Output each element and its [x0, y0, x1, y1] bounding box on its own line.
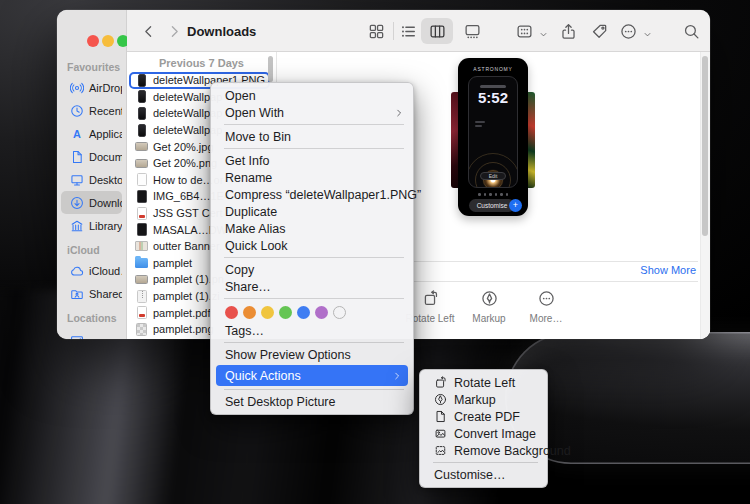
menu-separator — [224, 298, 404, 299]
more-actions-button[interactable] — [619, 22, 637, 40]
menu-item-customise[interactable]: Customise… — [420, 466, 547, 483]
menu-item-open[interactable]: Open — [211, 87, 413, 104]
phone-lockscreen: 5:52 Edit — [468, 76, 518, 188]
menu-item-movetobin[interactable]: Move to Bin — [211, 128, 413, 145]
menu-item-quickactions[interactable]: Quick Actions — [216, 365, 408, 386]
preview-action-markup[interactable]: Markup — [458, 290, 520, 324]
submenu-chevron-right-icon — [392, 371, 402, 381]
menu-item-share[interactable]: Share… — [211, 278, 413, 295]
menu-item-compressdeletewallpaperpng[interactable]: Compress “deleteWallpaper1.PNG” — [211, 186, 413, 203]
preview-image: ASTRONOMY 5:52 Edit Customise + — [458, 58, 528, 216]
menu-item-quicklook[interactable]: Quick Look — [211, 237, 413, 254]
show-more-link[interactable]: Show More — [640, 264, 696, 276]
convert-image-icon — [434, 427, 447, 440]
create-pdf-icon — [434, 410, 447, 423]
menu-item-createpdf[interactable]: Create PDF — [420, 408, 547, 425]
more-circle-icon — [538, 290, 555, 307]
menu-item-label: Create PDF — [454, 410, 520, 424]
sidebar-section-header: Locations — [67, 312, 126, 324]
sidebar-item-airdrop[interactable]: AirDrop — [61, 76, 122, 99]
menu-item-removebackground[interactable]: Remove Background — [420, 442, 547, 459]
file-thumbnail-phone — [135, 74, 148, 87]
phone-time: 5:52 — [469, 89, 517, 106]
more-chevron-down-icon[interactable] — [638, 25, 656, 43]
minimize-button[interactable] — [102, 35, 114, 47]
menu-item-markup[interactable]: Markup — [420, 391, 547, 408]
tag-color-dot[interactable] — [225, 306, 238, 319]
tag-color-none[interactable] — [333, 306, 346, 319]
file-thumbnail-imgwide — [135, 273, 148, 286]
search-button[interactable] — [682, 22, 700, 40]
shared-folder-icon — [70, 287, 84, 301]
menu-item-setdesktoppicture[interactable]: Set Desktop Picture — [211, 393, 413, 410]
preview-action-label: Markup — [458, 313, 520, 324]
sidebar: FavouritesAirDropRecentsAApplica…Docum…D… — [57, 10, 127, 339]
file-thumbnail-phone — [135, 90, 148, 103]
sidebar-item-applica[interactable]: AApplica… — [61, 122, 122, 145]
file-thumbnail-phone — [135, 124, 148, 137]
menu-item-label: Duplicate — [225, 205, 277, 219]
menu-item-label: Convert Image — [454, 427, 536, 441]
menu-item-openwith[interactable]: Open With — [211, 104, 413, 121]
menu-item-makealias[interactable]: Make Alias — [211, 220, 413, 237]
sidebar-item-label: Recents — [89, 105, 122, 117]
library-icon — [70, 219, 84, 233]
sidebar-item-icloud[interactable]: iCloud… — [61, 259, 122, 282]
file-name: Get 20%.png — [153, 157, 217, 169]
context-menu: OpenOpen WithMove to BinGet InfoRenameCo… — [210, 82, 414, 415]
menu-item-rename[interactable]: Rename — [211, 169, 413, 186]
view-gallery-button[interactable] — [463, 22, 481, 40]
tag-button[interactable] — [590, 22, 608, 40]
sidebar-item-library[interactable]: Library — [61, 214, 122, 237]
phone-pagination-dots — [458, 193, 528, 196]
phone-weather-bar — [475, 125, 482, 127]
tag-color-dot[interactable] — [279, 306, 292, 319]
share-button[interactable] — [559, 22, 577, 40]
tag-color-dot[interactable] — [243, 306, 256, 319]
menu-item-tags[interactable]: Tags… — [211, 322, 413, 339]
view-list-button[interactable] — [399, 22, 417, 40]
menu-item-rotateleft[interactable]: Rotate Left — [420, 374, 547, 391]
preview-scrollbar[interactable] — [702, 56, 708, 236]
file-thumbnail-pdf — [135, 207, 148, 220]
tag-color-dot[interactable] — [297, 306, 310, 319]
forward-button[interactable] — [165, 22, 183, 40]
tag-color-dot[interactable] — [315, 306, 328, 319]
sidebar-item-downlo[interactable]: Downlo… — [61, 191, 122, 214]
view-columns-button[interactable] — [428, 22, 446, 40]
menu-item-label: Get Info — [225, 154, 269, 168]
menu-item-duplicate[interactable]: Duplicate — [211, 203, 413, 220]
menu-item-label: Quick Actions — [225, 369, 301, 383]
sidebar-item-location[interactable] — [61, 327, 122, 339]
menu-item-getinfo[interactable]: Get Info — [211, 152, 413, 169]
rotate-left-icon — [434, 376, 447, 389]
sidebar-item-label: Library — [89, 220, 122, 232]
menu-item-label: Remove Background — [454, 444, 571, 458]
phone-weather-bar — [475, 121, 485, 123]
back-button[interactable] — [139, 22, 157, 40]
view-icons-button[interactable] — [367, 22, 385, 40]
menu-item-label: Open With — [225, 106, 284, 120]
sidebar-item-label: Downlo… — [89, 197, 122, 209]
file-thumbnail-darkimg — [135, 190, 148, 203]
clock-icon — [70, 104, 84, 118]
group-button[interactable] — [515, 22, 533, 40]
close-button[interactable] — [87, 35, 99, 47]
sidebar-item-label: iCloud… — [89, 265, 122, 277]
menu-item-convertimage[interactable]: Convert Image — [420, 425, 547, 442]
preview-action-more[interactable]: More… — [515, 290, 577, 324]
group-chevron-down-icon[interactable] — [534, 25, 552, 43]
sidebar-item-recents[interactable]: Recents — [61, 99, 122, 122]
tag-color-dot[interactable] — [261, 306, 274, 319]
menu-separator — [224, 257, 404, 258]
menu-item-copy[interactable]: Copy — [211, 261, 413, 278]
file-thumbnail-imgchecker — [135, 323, 148, 336]
sidebar-item-shared[interactable]: Shared — [61, 282, 122, 305]
submenu-chevron-right-icon — [394, 108, 404, 118]
sidebar-item-label: Desktop — [89, 174, 122, 186]
file-column-scrollbar[interactable] — [268, 56, 273, 82]
sidebar-item-desktop[interactable]: Desktop — [61, 168, 122, 191]
remove-bg-icon — [434, 444, 447, 457]
sidebar-item-docum[interactable]: Docum… — [61, 145, 122, 168]
menu-item-showpreviewoptions[interactable]: Show Preview Options — [211, 346, 413, 363]
